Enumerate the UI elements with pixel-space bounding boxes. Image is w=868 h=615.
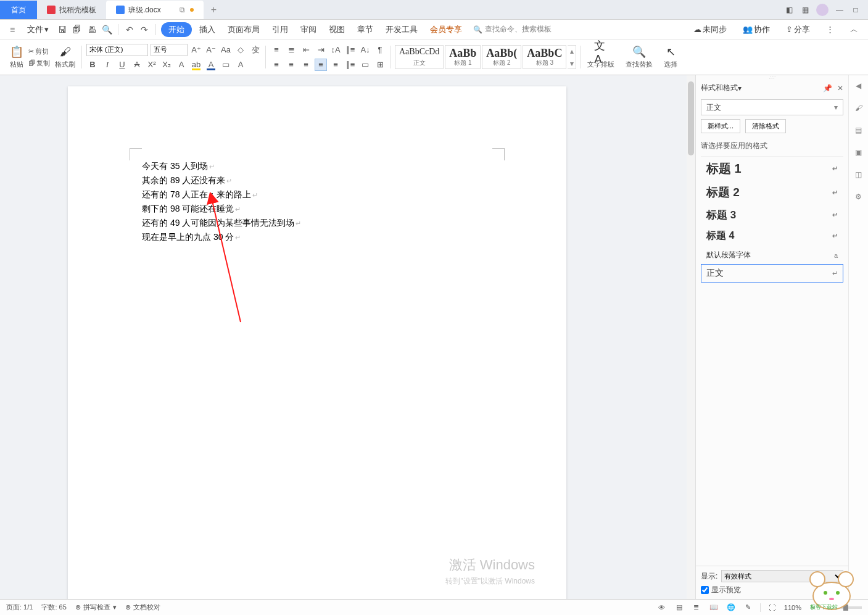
distribute-button[interactable]: ≡ bbox=[329, 59, 342, 71]
show-filter-select[interactable]: 有效样式 bbox=[721, 570, 843, 582]
style-item-h2[interactable]: 标题 2↵ bbox=[701, 181, 843, 204]
print-icon[interactable]: 🖶 bbox=[86, 23, 98, 36]
fit-page-icon[interactable]: ⛶ bbox=[767, 602, 778, 613]
sidebar-select-icon[interactable]: ▣ bbox=[853, 147, 864, 158]
shading-button[interactable]: ▭ bbox=[359, 59, 371, 71]
paste-button[interactable]: 📋 粘贴 bbox=[7, 44, 26, 70]
new-style-button[interactable]: 新样式... bbox=[701, 119, 740, 133]
increase-font-icon[interactable]: A⁺ bbox=[190, 44, 202, 56]
style-item-h3[interactable]: 标题 3↵ bbox=[701, 204, 843, 226]
zoom-slider-handle[interactable] bbox=[843, 605, 848, 611]
document-content[interactable]: 今天有 35 人到场↵ 其余的 89 人还没有来↵ 还有的 78 人正在；来的路… bbox=[142, 159, 505, 244]
underline-button[interactable]: U bbox=[116, 59, 128, 71]
view-print-layout-icon[interactable]: ▤ bbox=[674, 602, 685, 613]
status-words[interactable]: 字数: 65 bbox=[41, 603, 66, 612]
align-center-button[interactable]: ≡ bbox=[285, 59, 297, 71]
vertical-scrollbar[interactable] bbox=[687, 75, 695, 599]
view-focus-icon[interactable]: ✎ bbox=[743, 602, 754, 613]
text-wrap-button[interactable]: 文A文字排版 bbox=[585, 44, 617, 70]
eye-view-icon[interactable]: 👁 bbox=[656, 602, 668, 613]
borders-button[interactable]: ⊞ bbox=[374, 59, 386, 71]
status-proofread[interactable]: ⊗ 文档校对 bbox=[125, 603, 160, 612]
style-item-h4[interactable]: 标题 4↵ bbox=[701, 226, 843, 246]
tab-layout[interactable]: 页面布局 bbox=[223, 22, 265, 38]
tab-member[interactable]: 会员专享 bbox=[425, 22, 467, 38]
strikethrough-button[interactable]: A bbox=[131, 59, 143, 71]
status-spellcheck[interactable]: ⊗ 拼写检查 ▾ bbox=[75, 603, 117, 612]
hamburger-icon[interactable]: ≡ bbox=[5, 22, 20, 37]
tab-insert[interactable]: 插入 bbox=[194, 22, 220, 38]
tab-add[interactable]: + bbox=[204, 1, 224, 19]
increase-indent-button[interactable]: ⇥ bbox=[315, 44, 327, 56]
collab-button[interactable]: 👥 协作 bbox=[738, 22, 775, 38]
print-preview-icon[interactable]: 🔍 bbox=[101, 23, 113, 36]
sidebar-toggle-icon[interactable]: ◀ bbox=[853, 80, 864, 91]
font-size-input[interactable] bbox=[151, 44, 188, 56]
sort-button[interactable]: A↓ bbox=[359, 44, 371, 56]
subscript-button[interactable]: X₂ bbox=[160, 59, 173, 71]
align-left-button[interactable]: ≡ bbox=[270, 59, 283, 71]
undo-icon[interactable]: ↶ bbox=[123, 23, 136, 36]
text-effects-button[interactable]: A bbox=[175, 59, 188, 71]
document-canvas[interactable]: 今天有 35 人到场↵ 其余的 89 人还没有来↵ 还有的 78 人正在；来的路… bbox=[0, 75, 695, 599]
panel-grip-icon[interactable]: ∴∵ bbox=[696, 75, 848, 80]
sidebar-template-icon[interactable]: ◫ bbox=[853, 169, 864, 180]
clear-format-button[interactable]: 清除格式 bbox=[745, 119, 786, 133]
doc-line-2[interactable]: 其余的 89 人还没有来↵ bbox=[142, 173, 505, 188]
style-h1[interactable]: AaBb标题 1 bbox=[445, 45, 481, 69]
select-button[interactable]: ↖选择 bbox=[661, 44, 680, 70]
grid-apps-icon[interactable]: ▦ bbox=[800, 5, 810, 15]
format-brush-button[interactable]: 🖌 格式刷 bbox=[52, 44, 78, 70]
tab-start[interactable]: 开始 bbox=[161, 22, 192, 37]
close-panel-icon[interactable]: ✕ bbox=[837, 84, 843, 93]
align-right-button[interactable]: ≡ bbox=[300, 59, 312, 71]
numbering-button[interactable]: ≣ bbox=[285, 44, 297, 56]
saveas-icon[interactable]: 🗐 bbox=[71, 23, 83, 36]
change-case-icon[interactable]: Aa bbox=[220, 44, 232, 56]
collapse-ribbon-icon[interactable]: ︿ bbox=[845, 22, 863, 38]
tab-document-active[interactable]: 班级.docx ⧉ bbox=[106, 1, 204, 19]
file-menu[interactable]: 文件 ▾ bbox=[22, 22, 54, 38]
zoom-level[interactable]: 110% bbox=[784, 604, 801, 611]
command-search[interactable]: 🔍查找命令、搜索模板 bbox=[473, 24, 552, 35]
doc-line-3[interactable]: 还有的 78 人正在；来的路上↵ bbox=[142, 188, 505, 202]
decrease-font-icon[interactable]: A⁻ bbox=[205, 44, 217, 56]
doc-line-6[interactable]: 现在是早上的九点 30 分↵ bbox=[142, 230, 505, 244]
tab-review[interactable]: 审阅 bbox=[296, 22, 321, 38]
bold-button[interactable]: B bbox=[86, 59, 99, 71]
preview-checkbox-input[interactable] bbox=[701, 586, 709, 594]
zoom-out-icon[interactable]: − bbox=[808, 602, 819, 613]
paragraph-spacing-button[interactable]: ‖≡ bbox=[344, 59, 357, 71]
clear-format-icon[interactable]: ◇ bbox=[234, 44, 247, 56]
reading-mode-icon[interactable]: ◧ bbox=[784, 5, 794, 15]
highlight-color-button[interactable]: ab bbox=[190, 59, 202, 71]
sidebar-properties-icon[interactable]: ▤ bbox=[853, 125, 864, 136]
font-color-button[interactable]: A bbox=[205, 59, 217, 71]
line-spacing-button[interactable]: ‖≡ bbox=[344, 44, 357, 56]
window-maximize-icon[interactable]: □ bbox=[851, 5, 861, 15]
phonetic-guide-icon[interactable]: 变 bbox=[249, 44, 262, 56]
superscript-button[interactable]: X² bbox=[146, 59, 158, 71]
doc-line-1[interactable]: 今天有 35 人到场↵ bbox=[142, 159, 505, 173]
cut-button[interactable]: ✂剪切 bbox=[28, 47, 50, 56]
char-border-button[interactable]: A bbox=[234, 59, 247, 71]
style-item-h1[interactable]: 标题 1↵ bbox=[701, 157, 843, 181]
tab-section[interactable]: 章节 bbox=[352, 22, 378, 38]
scrollbar-thumb[interactable] bbox=[688, 81, 694, 155]
doc-line-5[interactable]: 还有的 49 人可能因为某些事情无法到场↵ bbox=[142, 216, 505, 230]
tab-home[interactable]: 首页 bbox=[0, 1, 37, 19]
char-shading-button[interactable]: ▭ bbox=[220, 59, 232, 71]
sidebar-style-icon[interactable]: 🖌 bbox=[853, 102, 864, 114]
share-button[interactable]: ⇪ 分享 bbox=[781, 22, 815, 38]
tab-dev[interactable]: 开发工具 bbox=[381, 22, 423, 38]
chevron-down-icon[interactable]: ▾ bbox=[738, 84, 742, 93]
doc-line-4[interactable]: 剩下的 98 可能还在睡觉↵ bbox=[142, 202, 505, 216]
tab-reference[interactable]: 引用 bbox=[267, 22, 293, 38]
style-h3[interactable]: AaBbC标题 3 bbox=[523, 45, 566, 69]
tab-templates[interactable]: 找稻壳模板 bbox=[37, 1, 106, 19]
styles-more-button[interactable]: ▴▾ bbox=[568, 45, 576, 69]
view-web-icon[interactable]: 🌐 bbox=[725, 602, 737, 613]
preview-checkbox[interactable]: 显示预览 bbox=[701, 585, 843, 595]
style-item-body-selected[interactable]: 正文↵ bbox=[701, 264, 843, 283]
font-name-input[interactable] bbox=[86, 44, 148, 56]
